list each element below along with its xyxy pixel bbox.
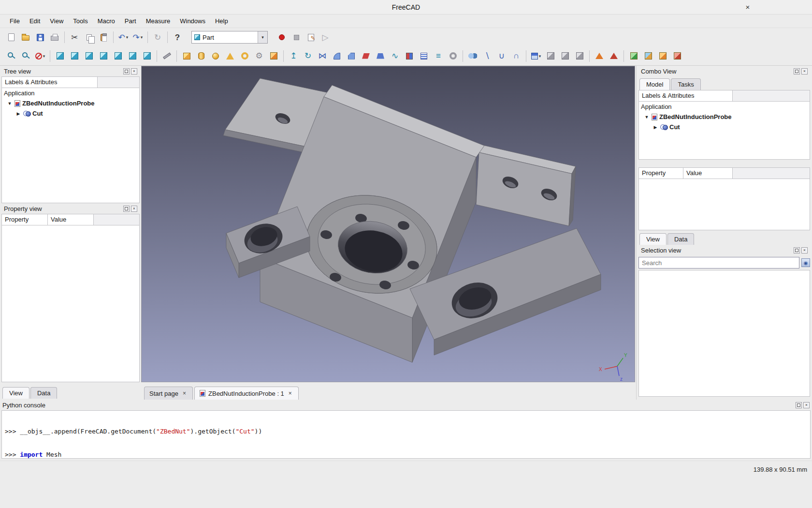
property-view-close-button[interactable]: × bbox=[131, 206, 137, 212]
color-per-face-button[interactable] bbox=[641, 49, 655, 63]
redo-button[interactable]: ↷▾ bbox=[130, 30, 145, 45]
macro-edit-button[interactable] bbox=[304, 30, 318, 45]
part-boolean-union-button[interactable]: ∪ bbox=[494, 49, 509, 63]
part-chamfer-button[interactable] bbox=[344, 49, 359, 63]
primitive-cylinder-button[interactable] bbox=[194, 49, 208, 63]
part-boolean-xor-button[interactable] bbox=[572, 49, 587, 63]
attachment-editor-button[interactable] bbox=[626, 49, 641, 63]
search-options-button[interactable]: ◉ bbox=[801, 258, 810, 267]
tree-item-document[interactable]: ▼ ZBedNutInductionProbe bbox=[639, 112, 810, 122]
tab-start-page[interactable]: Start page × bbox=[144, 387, 193, 400]
mesh-from-shape-button[interactable] bbox=[607, 49, 621, 63]
part-thickness-button[interactable] bbox=[446, 49, 460, 63]
save-document-button[interactable] bbox=[33, 30, 47, 45]
paste-button[interactable] bbox=[96, 30, 111, 45]
tab-view[interactable]: View bbox=[2, 387, 29, 399]
print-button[interactable] bbox=[47, 30, 62, 45]
property-view-float-button[interactable] bbox=[123, 206, 130, 212]
menu-file[interactable]: File bbox=[5, 15, 25, 27]
part-slice-apart-button[interactable] bbox=[558, 49, 572, 63]
tab-view[interactable]: View bbox=[639, 233, 667, 245]
menu-help[interactable]: Help bbox=[210, 15, 233, 27]
shape-builder-button[interactable] bbox=[266, 49, 281, 63]
part-join-connect-button[interactable]: ▾ bbox=[529, 49, 543, 63]
workbench-selector[interactable]: Part ▾ bbox=[191, 31, 268, 44]
tab-model[interactable]: Model bbox=[639, 78, 670, 90]
defeaturing-button[interactable] bbox=[670, 49, 684, 63]
part-ruled-surface-button[interactable] bbox=[359, 49, 373, 63]
console-close-button[interactable]: × bbox=[803, 402, 810, 408]
combo-property-body[interactable] bbox=[638, 179, 810, 230]
menu-part[interactable]: Part bbox=[120, 15, 141, 27]
join-dropdown-icon[interactable]: ▾ bbox=[539, 54, 541, 59]
part-section-button[interactable] bbox=[402, 49, 417, 63]
document-tab-close-icon[interactable]: × bbox=[287, 389, 293, 397]
undo-dropdown-icon[interactable]: ▾ bbox=[126, 35, 129, 40]
measure-linear-button[interactable] bbox=[160, 49, 174, 63]
tree-view-close-button[interactable]: × bbox=[131, 68, 137, 75]
python-console-body[interactable]: >>> __objs__.append(FreeCAD.getDocument(… bbox=[1, 410, 811, 459]
menu-macro[interactable]: Macro bbox=[93, 15, 120, 27]
tree-item-document[interactable]: ▼ ZBedNutInductionProbe bbox=[2, 98, 139, 108]
view-front-button[interactable] bbox=[67, 49, 82, 63]
part-loft-button[interactable] bbox=[373, 49, 388, 63]
value-col-label[interactable]: Value bbox=[683, 168, 733, 179]
expander-closed-icon[interactable]: ▶ bbox=[652, 125, 658, 130]
property-col-label[interactable]: Property bbox=[639, 168, 683, 179]
start-page-tab-close-icon[interactable]: × bbox=[181, 389, 188, 397]
menu-measure[interactable]: Measure bbox=[141, 15, 175, 27]
tree-item-cut[interactable]: ▶ Cut bbox=[2, 108, 139, 119]
menu-tools[interactable]: Tools bbox=[68, 15, 92, 27]
macro-debug-button[interactable]: ▷ bbox=[318, 30, 333, 45]
primitive-cone-button[interactable] bbox=[223, 49, 237, 63]
draw-style-dropdown-icon[interactable]: ▾ bbox=[43, 54, 45, 59]
refresh-button[interactable]: ↻ bbox=[150, 30, 165, 45]
view-axonometric-button[interactable] bbox=[53, 49, 67, 63]
view-fit-all-button[interactable] bbox=[4, 49, 18, 63]
selection-search-input[interactable] bbox=[638, 257, 799, 269]
tab-data[interactable]: Data bbox=[667, 233, 694, 245]
view-top-button[interactable] bbox=[82, 49, 96, 63]
combo-view-close-button[interactable]: × bbox=[801, 68, 808, 75]
selection-view-body[interactable] bbox=[638, 270, 810, 397]
console-float-button[interactable] bbox=[796, 402, 802, 408]
tree-root-application[interactable]: Application bbox=[2, 88, 139, 98]
3d-viewport[interactable]: X Y z bbox=[141, 66, 635, 382]
tree-view-float-button[interactable] bbox=[123, 68, 130, 75]
shape-from-mesh-button[interactable] bbox=[592, 49, 607, 63]
labels-attributes-header[interactable]: Labels & Attributes bbox=[2, 77, 98, 88]
copy-button[interactable] bbox=[82, 30, 96, 45]
part-boolean-cut-button[interactable]: ∖ bbox=[480, 49, 494, 63]
part-boolean-fragments-button[interactable] bbox=[543, 49, 558, 63]
part-offset-button[interactable]: ≡ bbox=[431, 49, 446, 63]
cut-button[interactable]: ✂ bbox=[67, 30, 82, 45]
primitive-torus-button[interactable] bbox=[237, 49, 252, 63]
selection-view-close-button[interactable]: × bbox=[801, 247, 808, 254]
macro-record-button[interactable] bbox=[275, 30, 289, 45]
tree-root-application[interactable]: Application bbox=[639, 102, 810, 112]
draw-style-button[interactable]: ▾ bbox=[33, 49, 47, 63]
window-close-icon[interactable]: × bbox=[741, 0, 754, 15]
check-geometry-button[interactable] bbox=[655, 49, 670, 63]
selection-view-float-button[interactable] bbox=[794, 247, 800, 254]
part-cross-sections-button[interactable] bbox=[417, 49, 431, 63]
part-boolean-button[interactable] bbox=[465, 49, 480, 63]
tab-data[interactable]: Data bbox=[30, 387, 57, 399]
tab-document[interactable]: ZBedNutInductionProbe : 1 × bbox=[194, 387, 299, 400]
value-col-label[interactable]: Value bbox=[48, 214, 94, 225]
create-primitives-button[interactable]: ⚙ bbox=[252, 49, 266, 63]
expander-closed-icon[interactable]: ▶ bbox=[15, 111, 21, 116]
view-rear-button[interactable] bbox=[111, 49, 125, 63]
whats-this-button[interactable]: ? bbox=[170, 30, 185, 45]
part-extrude-button[interactable]: ↥ bbox=[286, 49, 301, 63]
labels-attributes-header[interactable]: Labels & Attributes bbox=[639, 90, 733, 101]
new-document-button[interactable] bbox=[4, 30, 18, 45]
part-revolve-button[interactable]: ↻ bbox=[301, 49, 315, 63]
tab-tasks[interactable]: Tasks bbox=[671, 78, 700, 90]
combo-view-float-button[interactable] bbox=[794, 68, 800, 75]
property-col-label[interactable]: Property bbox=[2, 214, 48, 225]
view-bottom-button[interactable] bbox=[125, 49, 140, 63]
open-document-button[interactable] bbox=[18, 30, 33, 45]
expander-open-icon[interactable]: ▼ bbox=[7, 101, 13, 106]
primitive-sphere-button[interactable] bbox=[208, 49, 223, 63]
